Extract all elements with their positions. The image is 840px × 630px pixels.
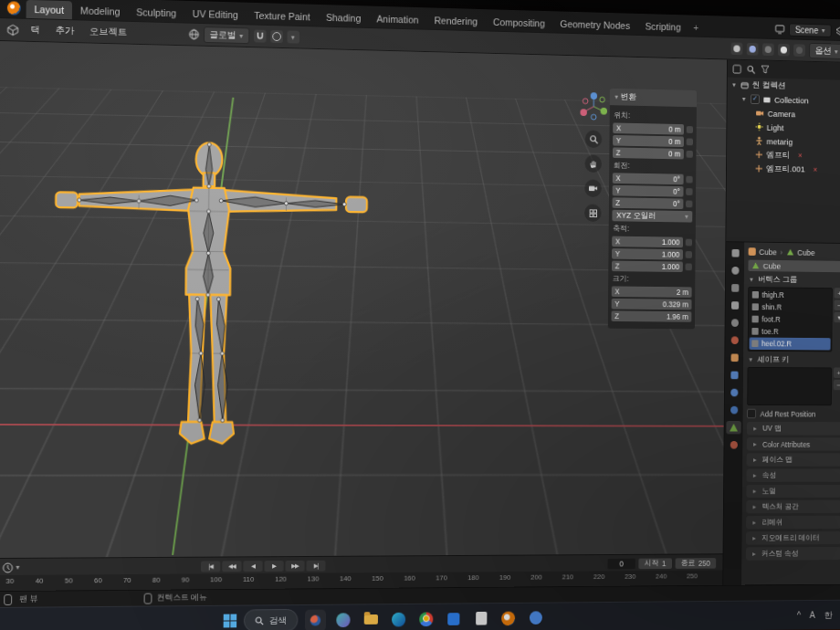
shading-rendered-icon[interactable]: [793, 44, 805, 57]
snapping-options-icon[interactable]: ▾: [287, 30, 299, 43]
section-remesh[interactable]: ▸리메쉬: [746, 516, 840, 530]
vertex-group-row-selected[interactable]: heel.02.R: [750, 338, 831, 351]
tab-render[interactable]: [728, 264, 742, 278]
mesh-datablock-field[interactable]: Cube: [748, 260, 840, 273]
search-icon[interactable]: [747, 64, 756, 74]
workspace-tab-rendering[interactable]: Rendering: [426, 11, 486, 30]
tab-tool[interactable]: [728, 247, 742, 260]
pan-hand-button[interactable]: [584, 154, 602, 173]
scene-selector[interactable]: Scene▾: [789, 23, 832, 37]
frame-start-field[interactable]: 시작1: [638, 558, 671, 569]
transform-orientation-dropdown[interactable]: 글로벌▾: [204, 26, 249, 44]
breadcrumb-object[interactable]: Cube: [759, 247, 776, 257]
tray-ime-korean[interactable]: 한: [824, 609, 833, 621]
zoom-tool-button[interactable]: [585, 130, 603, 148]
axis-navigation-gizmo[interactable]: [578, 89, 610, 123]
section-normals[interactable]: ▸노멀: [746, 485, 840, 498]
outliner-display-icon[interactable]: [732, 64, 741, 74]
add-shape-key-button[interactable]: +: [834, 367, 840, 377]
tab-object-data[interactable]: [726, 421, 740, 434]
vertex-group-specials-button[interactable]: ▾: [834, 312, 840, 322]
editor-type-icon[interactable]: [7, 24, 19, 36]
vertex-group-row[interactable]: foot.R: [750, 313, 831, 326]
current-frame-field[interactable]: 0: [608, 558, 635, 569]
task-view-icon[interactable]: [305, 609, 326, 630]
play-reverse-button[interactable]: ◀: [243, 561, 262, 572]
edge-browser-icon[interactable]: [388, 608, 409, 630]
file-explorer-icon[interactable]: [361, 609, 382, 630]
tab-output[interactable]: [728, 281, 742, 295]
character-model[interactable]: [28, 124, 391, 454]
section-geometry-data[interactable]: ▸지오메트리 데이터: [746, 531, 840, 545]
menu-object[interactable]: 오브젝트: [86, 24, 131, 41]
dimensions-x-field[interactable]: X2 m: [612, 286, 692, 297]
rotation-mode-dropdown[interactable]: XYZ 오일러▾: [612, 210, 692, 223]
show-gizmo-icon[interactable]: [731, 42, 743, 55]
prev-keyframe-button[interactable]: ◀◀: [222, 561, 241, 572]
scale-x-field[interactable]: X1.000: [612, 236, 683, 248]
frame-end-field[interactable]: 종료250: [675, 558, 716, 569]
collection-checkbox[interactable]: ✓: [751, 94, 760, 104]
rotation-x-field[interactable]: X0°: [613, 173, 684, 184]
tab-scene[interactable]: [727, 316, 741, 329]
animate-dot-icon[interactable]: [686, 176, 692, 184]
tab-view-layer[interactable]: [727, 299, 741, 311]
vertex-group-row[interactable]: toe.R: [750, 325, 831, 338]
scale-z-field[interactable]: Z1.000: [612, 261, 683, 272]
add-rest-position-checkbox[interactable]: [747, 409, 756, 419]
workspace-tab-shading[interactable]: Shading: [318, 8, 369, 27]
start-button[interactable]: [224, 614, 237, 628]
workspace-tab-texture-paint[interactable]: Texture Paint: [246, 6, 318, 26]
exclude-icon[interactable]: ×: [798, 151, 803, 160]
animate-dot-icon[interactable]: [686, 251, 692, 258]
transform-panel-header[interactable]: ▾ 변환: [610, 89, 697, 107]
location-z-field[interactable]: Z0 m: [613, 147, 684, 159]
play-button[interactable]: ▶: [264, 561, 283, 572]
section-attributes[interactable]: ▸속성: [747, 469, 840, 482]
taskbar-search[interactable]: 검색: [244, 609, 299, 630]
animate-dot-icon[interactable]: [686, 188, 692, 195]
workspace-tab-layout[interactable]: Layout: [26, 0, 73, 19]
next-keyframe-button[interactable]: ▶▶: [285, 560, 304, 571]
vertex-group-row[interactable]: thigh.R: [750, 289, 831, 301]
chat-app-icon[interactable]: [525, 607, 545, 628]
section-custom-properties[interactable]: ▸커스텀 속성: [746, 547, 840, 561]
remove-shape-key-button[interactable]: −: [834, 380, 840, 390]
tab-modifiers[interactable]: [727, 369, 741, 382]
rotation-z-field[interactable]: Z0°: [613, 197, 684, 209]
workspace-tab-geometry-nodes[interactable]: Geometry Nodes: [552, 15, 637, 35]
breadcrumb-data[interactable]: Cube: [797, 247, 814, 257]
jump-to-start-button[interactable]: |◀: [201, 561, 220, 572]
exclude-icon[interactable]: ×: [814, 165, 818, 174]
toggle-ortho-button[interactable]: [584, 204, 602, 222]
animate-dot-icon[interactable]: [686, 239, 692, 247]
workspace-tab-scripting[interactable]: Scripting: [637, 17, 688, 37]
filter-funnel-icon[interactable]: [761, 65, 770, 74]
timeline-editor-icon[interactable]: [3, 562, 14, 572]
chrome-browser-icon[interactable]: [415, 608, 436, 630]
snap-magnet-icon[interactable]: [254, 30, 267, 43]
tray-chevron[interactable]: ^: [797, 611, 801, 621]
overlays-icon[interactable]: [747, 43, 759, 56]
options-dropdown[interactable]: 옵션▾: [809, 43, 840, 59]
tray-lang-a[interactable]: A: [810, 610, 815, 620]
location-x-field[interactable]: X0 m: [613, 122, 684, 134]
copilot-icon[interactable]: [332, 609, 353, 630]
add-rest-position-row[interactable]: Add Rest Position: [747, 407, 840, 421]
proportional-editing-icon[interactable]: [270, 30, 283, 43]
tab-material[interactable]: [726, 438, 740, 451]
animate-dot-icon[interactable]: [687, 139, 693, 146]
workspace-tab-modeling[interactable]: Modeling: [72, 1, 129, 21]
workspace-tab-compositing[interactable]: Compositing: [485, 13, 552, 32]
outliner-row-empty-001[interactable]: 엠프티.001 ×: [727, 161, 840, 177]
xray-icon[interactable]: [762, 43, 774, 56]
tab-particles[interactable]: [727, 386, 741, 399]
section-color-attributes[interactable]: ▸Color Attributes: [747, 437, 840, 450]
tab-object[interactable]: [727, 352, 741, 364]
blender-app-icon[interactable]: [498, 607, 519, 628]
shape-keys-header[interactable]: ▾셰이프 키: [748, 354, 840, 366]
remove-vertex-group-button[interactable]: −: [834, 299, 840, 310]
store-icon[interactable]: [443, 608, 464, 630]
vertex-groups-header[interactable]: ▾버텍스 그룹: [748, 274, 840, 287]
tab-world[interactable]: [727, 333, 741, 346]
